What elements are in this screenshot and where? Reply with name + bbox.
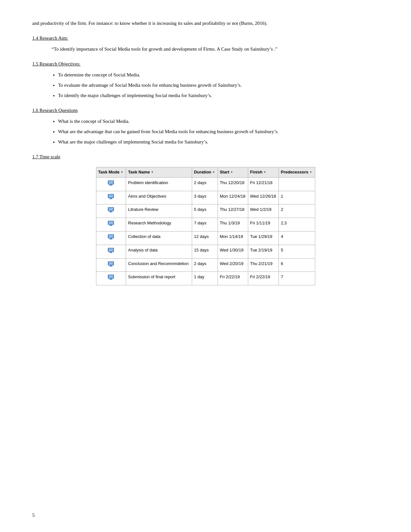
sort-icon: ▼	[151, 170, 154, 174]
list-item: To identify the major challenges of impl…	[58, 92, 379, 99]
task-name-cell: Aims and Objectives	[126, 191, 192, 204]
start-cell: Thu 12/27/18	[218, 204, 248, 218]
start-cell: Fri 2/22/19	[218, 272, 248, 285]
table-row: Aims and Objectives3 daysMon 12/24/18Wed…	[96, 191, 315, 204]
col-task-name: Task Name ▼	[126, 167, 192, 178]
list-item: To determine the concept of Social Media…	[58, 71, 379, 79]
sort-icon: ▼	[121, 170, 123, 174]
svg-rect-14	[110, 211, 112, 212]
predecessors-cell: 4	[279, 231, 315, 245]
research-aim-quote: “To identify importance of Social Media …	[52, 45, 379, 53]
finish-cell: Fri 1/11/19	[248, 218, 279, 232]
sort-icon: ▼	[212, 170, 215, 174]
list-item: What are the major challenges of impleme…	[58, 138, 379, 146]
task-mode-icon	[107, 193, 114, 200]
task-mode-cell	[96, 258, 126, 272]
finish-cell: Tue 2/19/19	[248, 245, 279, 258]
svg-rect-8	[110, 198, 112, 199]
objectives-list: To determine the concept of Social Media…	[58, 71, 379, 99]
finish-cell: Wed 1/2/19	[248, 204, 279, 218]
svg-rect-27	[109, 239, 113, 240]
section-1-4-heading: 1.4 Research Aim:	[32, 34, 379, 42]
start-cell: Wed 1/30/19	[218, 245, 248, 258]
finish-cell: Tue 1/29/19	[248, 231, 279, 245]
table-row: Research Methodology7 daysThu 1/3/19Fri …	[96, 218, 315, 232]
svg-rect-9	[109, 199, 113, 199]
duration-cell: 2 days	[192, 177, 218, 191]
section-1-5-heading: 1.5 Research Objectives:	[32, 60, 379, 68]
col-task-mode: Task Mode ▼	[96, 167, 126, 178]
col-duration: Duration ▼	[192, 167, 218, 178]
svg-rect-26	[110, 238, 112, 239]
task-mode-cell	[96, 218, 126, 232]
task-name-cell: Collection of data	[126, 231, 192, 245]
task-name-cell: Problem identification	[126, 177, 192, 191]
task-mode-icon	[107, 261, 114, 268]
page-number: 5	[32, 511, 35, 519]
table-row: Problem identification2 daysThu 12/20/18…	[96, 177, 315, 191]
finish-cell: Fri 12/21/18	[248, 177, 279, 191]
section-1-7-heading: 1.7 Time scale	[32, 153, 379, 161]
start-cell: Thu 12/20/18	[218, 177, 248, 191]
svg-rect-45	[109, 279, 113, 280]
task-mode-icon	[107, 233, 114, 241]
start-cell: Thu 1/3/19	[218, 218, 248, 232]
table-row: Submission of final report1 dayFri 2/22/…	[96, 272, 315, 285]
duration-cell: 12 days	[192, 231, 218, 245]
svg-rect-33	[109, 252, 113, 253]
col-start: Start ▼	[218, 167, 248, 178]
table-row: Collection of data12 daysMon 1/14/19Tue …	[96, 231, 315, 245]
predecessors-cell: 2	[279, 204, 315, 218]
start-cell: Wed 2/20/19	[218, 258, 248, 272]
duration-cell: 5 days	[192, 204, 218, 218]
svg-rect-44	[110, 279, 112, 279]
svg-rect-15	[109, 212, 113, 212]
svg-rect-21	[109, 225, 113, 226]
svg-rect-32	[110, 252, 112, 252]
sort-icon: ▼	[263, 170, 266, 174]
table-row: Conclusion and Recommndetion2 daysWed 2/…	[96, 258, 315, 272]
task-mode-icon	[107, 220, 114, 227]
svg-rect-20	[110, 225, 112, 225]
list-item: What are the advantage that can be gaine…	[58, 128, 379, 135]
duration-cell: 7 days	[192, 218, 218, 232]
list-item: To evaluate the advantage of Social Medi…	[58, 81, 379, 89]
list-item: What is the concept of Social Media.	[58, 117, 379, 125]
finish-cell: Wed 12/26/18	[248, 191, 279, 204]
col-predecessors: Predecessors ▼	[279, 167, 315, 178]
task-mode-icon	[107, 274, 114, 281]
predecessors-cell: 6	[279, 258, 315, 272]
finish-cell: Thu 2/21/19	[248, 258, 279, 272]
section-1-6-heading: 1.6 Research Questions	[32, 106, 379, 114]
task-name-cell: Litrature Review	[126, 204, 192, 218]
task-name-cell: Analysis of data	[126, 245, 192, 258]
svg-rect-2	[110, 184, 112, 185]
timescale-table-container: Task Mode ▼ Task Name ▼ Duration ▼	[96, 167, 315, 285]
duration-cell: 3 days	[192, 191, 218, 204]
svg-rect-38	[110, 265, 112, 266]
table-header-row: Task Mode ▼ Task Name ▼ Duration ▼	[96, 167, 315, 178]
task-mode-cell	[96, 231, 126, 245]
timescale-table: Task Mode ▼ Task Name ▼ Duration ▼	[96, 167, 315, 285]
table-row: Litrature Review5 daysThu 12/27/18Wed 1/…	[96, 204, 315, 218]
sort-icon: ▼	[309, 170, 312, 174]
start-cell: Mon 12/24/18	[218, 191, 248, 204]
start-cell: Mon 1/14/19	[218, 231, 248, 245]
duration-cell: 15 days	[192, 245, 218, 258]
task-mode-cell	[96, 177, 126, 191]
task-name-cell: Submission of final report	[126, 272, 192, 285]
intro-paragraph: and productivity of the firm. For instan…	[32, 19, 379, 27]
sort-icon: ▼	[230, 170, 233, 174]
svg-rect-39	[109, 266, 113, 267]
task-mode-cell	[96, 204, 126, 218]
questions-list: What is the concept of Social Media. Wha…	[58, 117, 379, 146]
predecessors-cell: 7	[279, 272, 315, 285]
predecessors-cell: 5	[279, 245, 315, 258]
finish-cell: Fri 2/22/19	[248, 272, 279, 285]
task-mode-icon	[107, 206, 114, 213]
table-row: Analysis of data15 daysWed 1/30/19Tue 2/…	[96, 245, 315, 258]
duration-cell: 1 day	[192, 272, 218, 285]
task-mode-cell	[96, 191, 126, 204]
duration-cell: 2 days	[192, 258, 218, 272]
predecessors-cell: 2,3	[279, 218, 315, 232]
